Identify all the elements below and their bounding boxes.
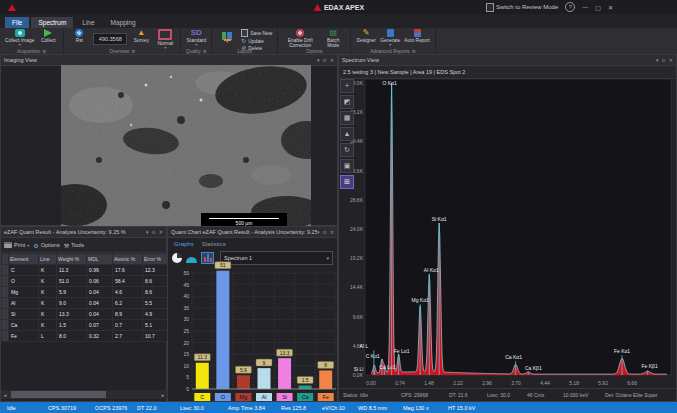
cell: 11.3 bbox=[57, 265, 87, 276]
cell: C bbox=[9, 265, 39, 276]
print-button[interactable]: Print ▾ bbox=[4, 242, 29, 248]
close-icon[interactable]: ✕ bbox=[159, 229, 163, 235]
column-header[interactable]: Error % bbox=[143, 254, 169, 265]
options-button[interactable]: ⚙ Options bbox=[33, 242, 59, 249]
cell: 4.9 bbox=[143, 309, 169, 320]
y-tick-label: 20 bbox=[183, 340, 189, 346]
switch-to-review-mode-button[interactable]: Switch to Review Mode bbox=[486, 3, 558, 12]
table-row[interactable]: CaK1.50.070.75.1 bbox=[2, 320, 169, 331]
x-tick-label: 2.96 bbox=[482, 380, 492, 386]
column-header[interactable]: Weight % bbox=[57, 254, 87, 265]
row-selector[interactable] bbox=[2, 287, 9, 298]
close-button[interactable]: ✕ bbox=[608, 4, 613, 11]
cell: 12.3 bbox=[143, 265, 169, 276]
tab-statistics[interactable]: Statistics bbox=[202, 241, 226, 247]
gauge-chart-icon[interactable] bbox=[186, 257, 197, 263]
table-row[interactable]: AlK9.00.046.25.5 bbox=[2, 298, 169, 309]
x-tick-label: 1.48 bbox=[424, 380, 434, 386]
pin-icon[interactable]: ⊙ bbox=[323, 229, 327, 235]
close-icon[interactable]: ✕ bbox=[669, 57, 673, 63]
cell: K bbox=[39, 309, 57, 320]
row-selector[interactable] bbox=[2, 320, 9, 331]
ribbon-tab-strip: File Spectrum Line Mapping bbox=[0, 14, 677, 28]
table-row[interactable]: OK51.00.0658.48.6 bbox=[2, 276, 169, 287]
value-label: 5.9 bbox=[240, 367, 247, 373]
collapse-icon[interactable]: ▾ bbox=[317, 57, 320, 63]
grid-view-icon[interactable]: ▦ bbox=[340, 111, 354, 125]
tools-button[interactable]: ⚒ Tools bbox=[64, 242, 84, 249]
pin-icon[interactable]: ⊙ bbox=[323, 57, 327, 63]
collect-button[interactable]: Collect bbox=[38, 29, 58, 43]
save-new-button[interactable]: Save New bbox=[241, 29, 272, 37]
tab-file[interactable]: File bbox=[5, 17, 29, 28]
status-item: 46 Cnts bbox=[527, 392, 544, 398]
layout-button[interactable]: ▾ bbox=[217, 32, 237, 43]
row-selector[interactable] bbox=[2, 265, 9, 276]
survey-button[interactable]: ▲ Survey bbox=[131, 29, 151, 43]
pie-chart-icon[interactable] bbox=[172, 253, 182, 263]
select-region-icon[interactable]: ◩ bbox=[340, 95, 354, 109]
tab-line[interactable]: Line bbox=[75, 17, 101, 28]
close-icon[interactable]: ✕ bbox=[330, 229, 334, 235]
tab-mapping[interactable]: Mapping bbox=[104, 17, 143, 28]
chevron-down-icon: ▾ bbox=[27, 244, 29, 247]
peak-label: Ca Kβ1 bbox=[525, 365, 542, 371]
table-row[interactable]: FeL8.00.322.710.7 bbox=[2, 331, 169, 342]
x-tick-label: Fe bbox=[323, 394, 329, 400]
designer-button[interactable]: ✎ Designer bbox=[356, 29, 376, 43]
auto-report-button[interactable]: Auto Report bbox=[404, 29, 430, 43]
scroll-right-icon[interactable]: ▸ bbox=[159, 392, 167, 398]
column-header[interactable]: MDL bbox=[87, 254, 113, 265]
normal-button[interactable]: Normal ▾ bbox=[155, 29, 175, 49]
peak-label: Ca Kα1 bbox=[505, 354, 522, 360]
collapse-icon[interactable]: ▾ bbox=[317, 229, 320, 235]
status-item: WD 8.5 mm bbox=[358, 405, 387, 411]
cell: L bbox=[39, 331, 57, 342]
minimize-button[interactable]: — bbox=[582, 4, 588, 10]
horizontal-scrollbar[interactable]: ◂ ▸ bbox=[1, 390, 167, 399]
update-button[interactable]: ↻ Update bbox=[241, 38, 272, 44]
row-selector[interactable] bbox=[2, 331, 9, 342]
status-item: DT: 21.6 bbox=[449, 392, 468, 398]
scroll-left-icon[interactable]: ◂ bbox=[1, 392, 9, 398]
refresh-icon[interactable]: ↻ bbox=[340, 143, 354, 157]
cell: 51.0 bbox=[57, 276, 87, 287]
table-row[interactable]: CK11.30.9917.612.3 bbox=[2, 265, 169, 276]
expand-icon[interactable]: + bbox=[340, 79, 354, 93]
bar-chart-icon[interactable] bbox=[201, 252, 214, 264]
periodic-table-icon[interactable]: ⊞ bbox=[340, 175, 354, 189]
spectrum-selector-dropdown[interactable]: Spectrum 1 ▾ bbox=[220, 251, 333, 265]
collapse-icon[interactable]: ▾ bbox=[146, 229, 149, 235]
close-icon[interactable]: ✕ bbox=[330, 57, 334, 63]
table-row[interactable]: SiK13.30.048.94.9 bbox=[2, 309, 169, 320]
help-icon[interactable]: ? bbox=[565, 2, 575, 12]
pin-icon[interactable]: ⊙ bbox=[152, 229, 156, 235]
pin-icon[interactable]: ⊙ bbox=[662, 57, 666, 63]
sem-image[interactable]: 500 µm bbox=[61, 65, 311, 227]
standard-button[interactable]: SD Standard ▾ bbox=[186, 29, 206, 46]
column-header[interactable]: Element bbox=[9, 254, 39, 265]
app-title: EDAX APEX bbox=[313, 4, 364, 11]
tab-graphs[interactable]: Graphs bbox=[174, 241, 194, 247]
save-icon[interactable]: ▣ bbox=[340, 159, 354, 173]
peaks-icon[interactable]: ▲ bbox=[340, 127, 354, 141]
enable-drift-correction-button[interactable]: Enable Drift Correction bbox=[283, 29, 317, 49]
tab-spectrum[interactable]: Spectrum bbox=[31, 17, 73, 28]
column-header[interactable]: Atomic % bbox=[113, 254, 143, 265]
batch-mode-button[interactable]: ▤ Batch Mode bbox=[321, 29, 345, 49]
column-header[interactable]: Line bbox=[39, 254, 57, 265]
table-row[interactable]: MgK5.90.044.68.6 bbox=[2, 287, 169, 298]
rst-button[interactable]: Rst bbox=[69, 29, 89, 43]
collect-image-button[interactable]: Collect Image ▾ bbox=[5, 29, 34, 46]
status-item: Res 125.8 bbox=[281, 405, 306, 411]
generate-button[interactable]: Generate ▾ bbox=[380, 29, 400, 46]
status-item: Det: Octane Elite Super bbox=[605, 392, 658, 398]
scrollbar-thumb[interactable] bbox=[11, 391, 106, 398]
collapse-icon[interactable]: ▾ bbox=[656, 57, 659, 63]
row-selector[interactable] bbox=[2, 309, 9, 320]
ribbon-group-overview: Rst 490.3568 ▲ Survey Normal ▾ Overview⚙ bbox=[64, 28, 181, 54]
row-selector[interactable] bbox=[2, 298, 9, 309]
live-value-box[interactable]: 490.3568 bbox=[93, 33, 127, 45]
restore-button[interactable]: ▢ bbox=[595, 4, 601, 11]
row-selector[interactable] bbox=[2, 276, 9, 287]
